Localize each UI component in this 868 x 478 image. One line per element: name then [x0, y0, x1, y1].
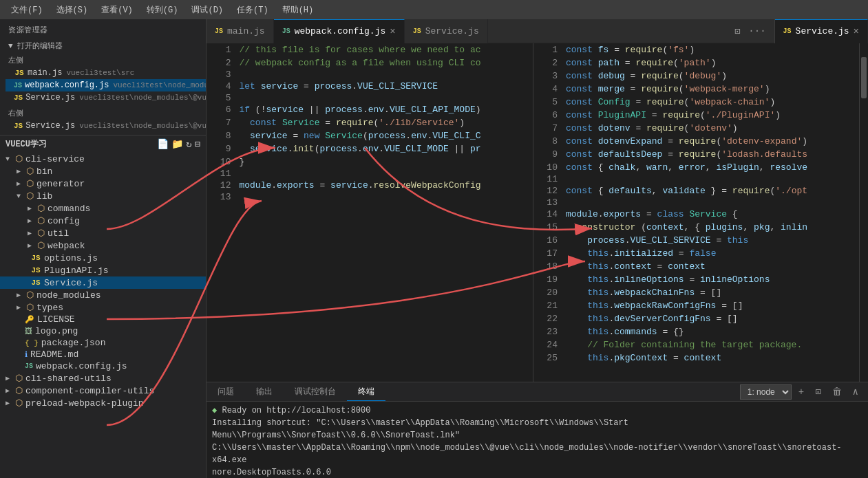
r-code-line-8: 8 const dotenvExpand = require('dotenv-e…	[533, 135, 860, 148]
code-line-10: 10 }	[207, 155, 533, 169]
js-icon: JS	[30, 252, 41, 263]
chevron-right-icon: ▶	[17, 291, 25, 299]
r-code-line-10: 10 const { chalk, warn, error, isPlugin,…	[533, 161, 860, 174]
collapse-btn[interactable]: ⊟	[195, 138, 200, 150]
tree-readme[interactable]: ℹ README.md	[0, 349, 206, 360]
r-code-line-5: 5 const Config = require('webpack-chain'…	[533, 96, 860, 109]
kill-terminal-btn[interactable]: 🗑	[828, 385, 846, 399]
image-icon: 🖼	[25, 327, 32, 336]
refresh-btn[interactable]: ↻	[186, 138, 191, 150]
code-line-12: 12 module.exports = service.resolveWebpa…	[207, 179, 533, 192]
open-editors-title[interactable]: ▼ 打开的编辑器	[0, 38, 206, 54]
open-file-service-right[interactable]: JS Service.js vuecli3test\node_modules\@…	[6, 120, 206, 132]
terminal-line-4: nore.DesktopToasts.0.6.0	[212, 466, 862, 478]
tab-problems[interactable]: 问题	[207, 383, 245, 400]
tab-service-left[interactable]: JS Service.js	[405, 19, 488, 43]
tab-close-webpack[interactable]: ×	[390, 27, 395, 36]
js-tab-icon3: JS	[783, 28, 792, 35]
terminal-selector[interactable]: 1: node	[740, 384, 792, 400]
tree-pluginapi[interactable]: JS PluginAPI.js	[0, 264, 206, 276]
tree-commands[interactable]: ▶ ⬡ commands	[0, 202, 206, 215]
code-line-4: 4 let service = process.VUE_CLI_SERVICE	[207, 80, 533, 93]
menu-select[interactable]: 选择(S)	[51, 3, 94, 17]
tab-close-service[interactable]: ×	[854, 27, 859, 36]
tree-node-modules[interactable]: ▶ ⬡ node_modules	[0, 289, 206, 301]
tab-mainjs[interactable]: JS main.js	[207, 19, 274, 43]
js-tab-icon2: JS	[413, 28, 421, 35]
tree-preload-webpack[interactable]: ▶ ⬡ preload-webpack-plugin	[0, 397, 206, 409]
tree-webpack[interactable]: ▶ ⬡ webpack	[0, 239, 206, 252]
tree-lib[interactable]: ▼ ⬡ lib	[0, 190, 206, 202]
chevron-right-icon: ▶	[28, 229, 36, 237]
tab-service-right[interactable]: JS Service.js ×	[775, 19, 868, 43]
maximize-panel-btn[interactable]: ∧	[849, 384, 862, 399]
chevron-right-icon: ▶	[17, 180, 25, 188]
r-code-line-22: 22 this.devServerConfigFns = []	[533, 312, 860, 325]
tree-generator[interactable]: ▶ ⬡ generator	[0, 177, 206, 190]
tree-license[interactable]: 🔑 LICENSE	[0, 314, 206, 325]
tree-cli-service[interactable]: ▼ ⬡ cli-service	[0, 153, 206, 165]
chevron-right-icon: ▶	[6, 399, 14, 407]
left-code-area[interactable]: 1 // this file is for cases where we nee…	[207, 43, 533, 382]
r-code-line-16: 16 process.VUE_CLI_SERVICE = this	[533, 234, 860, 247]
tab-debug-console[interactable]: 调试控制台	[284, 383, 347, 400]
open-file-webpack[interactable]: JS webpack.config.js vuecli3test\node_mo…	[6, 79, 206, 91]
tree-service-js[interactable]: JS Service.js	[0, 276, 206, 289]
menu-task[interactable]: 任务(T)	[231, 3, 274, 17]
new-terminal-btn[interactable]: +	[794, 385, 808, 399]
r-code-line-11: 11	[533, 174, 860, 184]
menu-goto[interactable]: 转到(G)	[141, 3, 184, 17]
chevron-right-icon: ▶	[28, 217, 36, 225]
right-editor-panel: 1 const fs = require('fs') 2 const path …	[533, 43, 860, 382]
code-line-8: 8 service = new Service(process.env.VUE_…	[207, 129, 533, 142]
tree-config[interactable]: ▶ ⬡ config	[0, 215, 206, 227]
left-label: 左侧	[6, 54, 206, 67]
tree-util[interactable]: ▶ ⬡ util	[0, 227, 206, 239]
tab-terminal[interactable]: 终端	[347, 383, 385, 401]
r-code-line-6: 6 const PluginAPI = require('./PluginAPI…	[533, 109, 860, 122]
folder-icon: ⬡	[26, 302, 34, 313]
tree-component-compiler[interactable]: ▶ ⬡ component-compiler-utils	[0, 384, 206, 397]
terminal-line-2: Installing shortcut: "C:\\Users\\master\…	[212, 417, 862, 442]
split-editor-btn[interactable]: ⊡	[732, 24, 743, 39]
more-tabs-btn[interactable]: ···	[745, 24, 768, 38]
chevron-right-icon: ▶	[28, 241, 36, 250]
split-terminal-btn[interactable]: ⊡	[811, 384, 825, 399]
r-code-line-17: 17 this.initialized = false	[533, 247, 860, 260]
code-line-11: 11	[207, 169, 533, 179]
tree-cli-shared-utils[interactable]: ▶ ⬡ cli-shared-utils	[0, 372, 206, 384]
tree-logo[interactable]: 🖼 logo.png	[0, 325, 206, 337]
tree-options-js[interactable]: JS options.js	[0, 252, 206, 264]
menu-bar: 文件(F) 选择(S) 查看(V) 转到(G) 调试(D) 任务(T) 帮助(H…	[0, 0, 868, 19]
code-line-13: 13	[207, 192, 533, 202]
tree-bin[interactable]: ▶ ⬡ bin	[0, 165, 206, 177]
new-folder-btn[interactable]: 📁	[171, 138, 183, 150]
tab-output[interactable]: 输出	[245, 383, 284, 400]
open-editors-chevron: ▼	[8, 42, 13, 50]
r-code-line-1: 1 const fs = require('fs')	[533, 43, 860, 56]
open-file-service-left[interactable]: JS Service.js vuecli3test\node_modules\@…	[6, 91, 206, 104]
js-icon3: JS	[14, 120, 23, 131]
r-code-line-7: 7 const dotenv = require('dotenv')	[533, 122, 860, 135]
license-icon: 🔑	[25, 315, 34, 324]
menu-debug[interactable]: 调试(D)	[186, 3, 229, 17]
terminal-content[interactable]: ◆ Ready on http://localhost:8000 Install…	[207, 402, 868, 478]
menu-view[interactable]: 查看(V)	[96, 3, 138, 17]
tree-webpack-config[interactable]: JS webpack.config.js	[0, 360, 206, 372]
folder-icon: ⬡	[26, 191, 34, 202]
right-code-area[interactable]: 1 const fs = require('fs') 2 const path …	[533, 43, 860, 382]
menu-help[interactable]: 帮助(H)	[277, 3, 319, 17]
open-file-mainjs[interactable]: JS main.js vuecli3test\src	[6, 67, 206, 79]
tree-types[interactable]: ▶ ⬡ types	[0, 301, 206, 314]
tree-package-json[interactable]: { } package.json	[0, 337, 206, 349]
menu-file[interactable]: 文件(F)	[6, 3, 48, 17]
folder-icon: ⬡	[26, 178, 34, 189]
folder-icon: ⬡	[15, 385, 23, 396]
r-code-line-18: 18 this.context = context	[533, 260, 860, 273]
bottom-panel: 问题 输出 调试控制台 终端 1: node + ⊡ 🗑 ∧	[207, 382, 868, 478]
tab-actions: ⊡ ···	[732, 24, 774, 39]
tab-webpack-config[interactable]: JS webpack.config.js ×	[274, 19, 405, 43]
new-file-btn[interactable]: 📄	[157, 138, 169, 150]
webpack-icon: JS	[14, 80, 22, 91]
right-scrollbar[interactable]	[860, 43, 868, 382]
